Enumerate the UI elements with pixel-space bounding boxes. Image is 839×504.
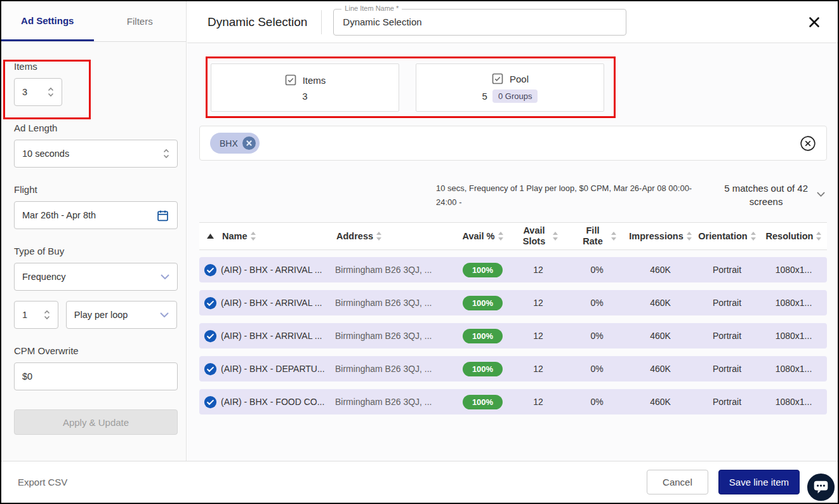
ad-length-label: Ad Length bbox=[14, 123, 177, 133]
pool-groups-badge: 0 Groups bbox=[492, 90, 538, 103]
chevron-down-icon bbox=[161, 274, 169, 279]
screen-address: Birmingham B26 3QJ, ... bbox=[335, 331, 456, 341]
pool-card-label: Pool bbox=[510, 74, 529, 84]
column-header-fill-rate[interactable]: Fill Rate bbox=[567, 225, 627, 247]
resolution-cell: 1080x1... bbox=[760, 364, 827, 374]
avail-cell: 100% bbox=[456, 362, 510, 376]
column-header-address[interactable]: Address bbox=[335, 231, 456, 241]
screen-name: (AIR) - BHX - ARRIVAL ... bbox=[221, 265, 335, 275]
clear-all-filters-button[interactable] bbox=[800, 135, 816, 152]
items-summary-card[interactable]: Items 3 bbox=[211, 63, 399, 112]
table-row[interactable]: (AIR) - BHX - ARRIVAL ... Birmingham B26… bbox=[199, 323, 827, 348]
avail-cell: 100% bbox=[456, 395, 510, 409]
flight-date-value: Mar 26th - Apr 8th bbox=[22, 210, 96, 220]
header-divider bbox=[321, 10, 322, 34]
table-row[interactable]: (AIR) - BHX - ARRIVAL ... Birmingham B26… bbox=[199, 257, 827, 282]
check-circle-icon bbox=[204, 329, 217, 343]
main-header: Dynamic Selection Line Item Name * bbox=[187, 1, 838, 43]
chat-launcher-button[interactable] bbox=[806, 472, 836, 502]
frequency-count-input[interactable] bbox=[22, 310, 37, 320]
orientation-cell: Portrait bbox=[694, 364, 760, 374]
ad-length-select[interactable]: 10 seconds bbox=[14, 140, 178, 168]
save-line-item-button[interactable]: Save line item bbox=[718, 470, 800, 494]
tab-filters[interactable]: Filters bbox=[94, 1, 187, 41]
row-selected-checkbox[interactable] bbox=[199, 395, 221, 409]
avail-slots-cell: 12 bbox=[510, 298, 567, 308]
column-header-avail[interactable]: Avail % bbox=[456, 231, 510, 241]
resolution-cell: 1080x1... bbox=[760, 397, 827, 407]
table-row[interactable]: (AIR) - BHX - FOOD CO... Birmingham B26 … bbox=[199, 389, 827, 414]
resolution-cell: 1080x1... bbox=[760, 265, 827, 275]
column-header-impressions[interactable]: Impressions bbox=[627, 231, 694, 241]
selection-summary-text: 10 secs, Frequency of 1 Play per loop, $… bbox=[436, 182, 692, 209]
chip-remove-icon bbox=[242, 136, 256, 150]
page-title: Dynamic Selection bbox=[208, 15, 307, 29]
column-header-orientation[interactable]: Orientation bbox=[694, 231, 760, 241]
close-button[interactable] bbox=[807, 15, 821, 29]
export-csv-button[interactable]: Export CSV bbox=[18, 477, 67, 487]
avail-badge: 100% bbox=[463, 296, 503, 310]
modal-footer: Export CSV Cancel Save line item bbox=[1, 461, 838, 503]
screen-address: Birmingham B26 3QJ, ... bbox=[335, 397, 456, 407]
impressions-cell: 460K bbox=[627, 265, 694, 275]
items-label: Items bbox=[14, 61, 177, 72]
stepper-arrows-icon[interactable] bbox=[163, 148, 169, 159]
flight-label: Flight bbox=[14, 184, 177, 195]
resolution-cell: 1080x1... bbox=[760, 298, 827, 308]
sort-icon bbox=[251, 232, 256, 241]
avail-badge: 100% bbox=[463, 395, 503, 409]
check-circle-icon bbox=[204, 263, 217, 277]
avail-slots-cell: 12 bbox=[510, 331, 567, 341]
cpm-overwrite-field[interactable] bbox=[14, 362, 178, 390]
sort-ascending-indicator[interactable] bbox=[199, 234, 221, 239]
matches-expand-button[interactable] bbox=[817, 188, 825, 199]
row-selected-checkbox[interactable] bbox=[199, 329, 221, 343]
screen-name: (AIR) - BHX - FOOD CO... bbox=[221, 397, 335, 407]
checkbox-icon bbox=[284, 74, 297, 86]
calendar-icon[interactable] bbox=[156, 209, 169, 222]
items-card-label: Items bbox=[303, 75, 326, 86]
orientation-cell: Portrait bbox=[694, 298, 760, 308]
avail-badge: 100% bbox=[463, 263, 503, 277]
line-item-name-input[interactable] bbox=[343, 17, 617, 27]
frequency-unit-select[interactable]: Play per loop bbox=[66, 301, 177, 329]
fill-rate-cell: 0% bbox=[567, 397, 627, 407]
table-row[interactable]: (AIR) - BHX - DEPARTU... Birmingham B26 … bbox=[199, 356, 827, 381]
frequency-count-stepper[interactable] bbox=[14, 301, 58, 329]
type-of-buy-select[interactable]: Frequency bbox=[14, 263, 178, 291]
items-input[interactable] bbox=[22, 87, 41, 97]
stepper-arrows-icon[interactable] bbox=[48, 86, 54, 98]
column-header-resolution[interactable]: Resolution bbox=[760, 231, 827, 241]
chat-bubble-icon bbox=[806, 472, 836, 502]
column-header-name[interactable]: Name bbox=[221, 231, 335, 241]
cpm-overwrite-input[interactable] bbox=[22, 371, 169, 381]
ad-length-value: 10 seconds bbox=[22, 149, 69, 159]
items-stepper[interactable] bbox=[14, 78, 62, 106]
table-row[interactable]: (AIR) - BHX - ARRIVAL ... Birmingham B26… bbox=[199, 290, 827, 315]
sort-icon bbox=[553, 232, 558, 241]
row-selected-checkbox[interactable] bbox=[199, 296, 221, 310]
type-of-buy-value: Frequency bbox=[22, 272, 66, 282]
chip-remove-button[interactable] bbox=[242, 136, 256, 150]
settings-sidebar: Ad Settings Filters Items Ad Length 10 s… bbox=[1, 1, 187, 461]
flight-date-field[interactable]: Mar 26th - Apr 8th bbox=[14, 201, 178, 229]
check-circle-icon bbox=[204, 362, 217, 376]
chevron-down-icon bbox=[817, 192, 825, 197]
cancel-button[interactable]: Cancel bbox=[647, 470, 708, 494]
main-content: Items 3 Pool 5 0 Groups bbox=[187, 43, 838, 461]
filter-chip-bhx[interactable]: BHX bbox=[210, 133, 260, 154]
table-header-row: Name Address Avail % Avail Slots Fill Ra… bbox=[199, 222, 827, 250]
screen-address: Birmingham B26 3QJ, ... bbox=[335, 265, 456, 275]
apply-update-button[interactable]: Apply & Update bbox=[14, 409, 178, 435]
avail-badge: 100% bbox=[463, 329, 503, 343]
row-selected-checkbox[interactable] bbox=[199, 362, 221, 376]
stepper-arrows-icon[interactable] bbox=[44, 309, 50, 321]
tab-ad-settings[interactable]: Ad Settings bbox=[1, 1, 94, 41]
row-selected-checkbox[interactable] bbox=[199, 263, 221, 277]
line-item-name-field[interactable]: Line Item Name * bbox=[333, 9, 626, 36]
avail-slots-cell: 12 bbox=[510, 364, 567, 374]
column-header-avail-slots[interactable]: Avail Slots bbox=[510, 225, 567, 247]
sidebar-tabbar: Ad Settings Filters bbox=[1, 1, 186, 42]
impressions-cell: 460K bbox=[627, 397, 694, 407]
pool-summary-card[interactable]: Pool 5 0 Groups bbox=[416, 63, 604, 112]
